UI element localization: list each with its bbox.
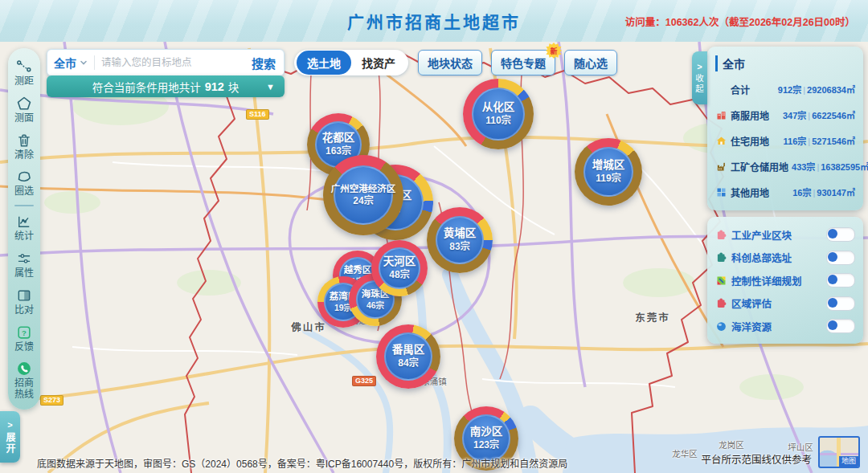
statistics-icon: [16, 214, 32, 230]
district-badge-inner: 广州空港经济区24宗: [334, 165, 393, 225]
district-count: 119宗: [596, 173, 620, 185]
app-root: 白云区宗广州空港经济区24宗从化区110宗花都区163宗增城区119宗黄埔区83…: [0, 0, 868, 473]
stats-row-label: 工矿仓储用地: [731, 160, 788, 173]
map-label: 龙华区: [672, 447, 698, 459]
layer-label: 区域评估: [731, 296, 772, 311]
value-separator: |: [808, 111, 810, 120]
svg-text:?: ?: [22, 328, 27, 336]
layer-toggle-regional-assessment[interactable]: [826, 296, 855, 311]
toolbar-item-lasso-select[interactable]: 圈选: [14, 169, 34, 198]
hotline-icon: [16, 361, 32, 377]
toolbar-item-feedback[interactable]: ?反馈: [14, 324, 34, 353]
district-name: 从化区: [482, 101, 515, 115]
toolbar-item-compare[interactable]: 比对: [14, 287, 34, 316]
district-count: 84宗: [398, 357, 418, 369]
grid-color-icon: [715, 275, 727, 287]
tab-find-assets[interactable]: 找资产: [351, 51, 406, 75]
layer-label: 工业产业区块: [731, 227, 792, 243]
search-row: 全市 搜索 选土地 找资产 地块状态特色专题新随心选: [47, 49, 617, 76]
stats-row-label: 商服用地: [731, 108, 769, 122]
basemap-switcher-label: 地图: [839, 456, 858, 467]
filter-button-special-topics[interactable]: 特色专题新: [491, 50, 555, 75]
stats-row: 商服用地347宗|6622546㎡: [715, 102, 855, 128]
layer-row-regulatory-plan: 控制性详细规划: [715, 269, 855, 292]
search-box: 全市 搜索: [47, 49, 285, 76]
road-shield: S273: [40, 395, 63, 406]
layer-label: 控制性详细规划: [731, 273, 802, 288]
layer-row-marine-resources: 海洋资源: [715, 315, 855, 338]
stats-row: 住宅用地116宗|5271546㎡: [715, 128, 855, 153]
value-separator: |: [817, 162, 819, 172]
collapse-panel-tab[interactable]: > 收起: [692, 51, 707, 104]
district-count: 110宗: [485, 115, 510, 127]
layer-panel: 工业产业区块科创总部选址控制性详细规划区域评估海洋资源: [707, 217, 863, 344]
toolbar-item-label: 比对: [14, 305, 34, 316]
toolbar-item-hotline[interactable]: 招商热线: [12, 361, 36, 401]
visit-counter: 访问量：106362人次（截至2026年02月26日00时）: [625, 14, 855, 29]
result-count: 912: [205, 80, 224, 93]
map-disclaimer: 平台所示范围线仅供参考: [701, 451, 812, 467]
stats-row-label: 住宅用地: [731, 134, 769, 148]
search-input[interactable]: [95, 57, 244, 68]
stats-row-value: 912宗|29206834㎡: [778, 83, 855, 96]
district-badge-conghua[interactable]: 从化区110宗: [463, 79, 534, 149]
layer-toggle-tech-hq-siting[interactable]: [826, 251, 855, 265]
district-badge-konggang[interactable]: 广州空港经济区24宗: [323, 155, 403, 235]
district-badge-zengcheng[interactable]: 增城区119宗: [575, 138, 642, 206]
layer-label: 海洋资源: [731, 319, 772, 334]
toolbar-item-statistics[interactable]: 统计: [14, 214, 34, 243]
value-separator: |: [803, 85, 805, 95]
expand-panel-tab[interactable]: > 展开: [0, 411, 20, 463]
basemap-switcher[interactable]: 地图: [818, 436, 860, 468]
toolbar-item-attributes[interactable]: 属性: [14, 251, 34, 279]
road-shield: S116: [246, 109, 269, 120]
toggle-knob: [828, 252, 837, 262]
stats-row-label: 合计: [731, 83, 750, 96]
district-count: 46宗: [366, 300, 384, 311]
district-name: 增城区: [592, 159, 625, 173]
tab-select-land[interactable]: 选土地: [297, 51, 351, 75]
toolbar-item-label: 属性: [14, 268, 34, 279]
district-count: 163宗: [326, 145, 351, 157]
stats-row: 工矿仓储用地433宗|16382595㎡: [715, 153, 855, 179]
puzzle-red-icon: [715, 297, 727, 309]
city-select[interactable]: 全市: [47, 55, 94, 71]
toolbar-item-label: 测距: [14, 76, 34, 88]
layer-rows: 工业产业区块科创总部选址控制性详细规划区域评估海洋资源: [715, 223, 855, 338]
stats-row-label: 其他用地: [731, 186, 769, 199]
result-banner[interactable]: 符合当前条件用地共计 912 块 ▼: [47, 75, 285, 97]
toolbar-item-measure-distance[interactable]: 测距: [14, 59, 34, 88]
mode-toggle: 选土地 找资产: [294, 50, 408, 75]
commercial-building-icon: [715, 109, 727, 121]
toggle-knob: [828, 298, 837, 308]
toolbar-item-label: 圈选: [14, 186, 34, 198]
map-label: 佛山市: [291, 319, 326, 334]
chevron-down-icon: [80, 59, 88, 67]
clear-icon: [16, 133, 32, 149]
district-badge-tianhe[interactable]: 天河区48宗: [371, 240, 428, 296]
district-count: 83宗: [449, 241, 469, 253]
district-name: 广州空港经济区: [331, 183, 396, 194]
layer-toggle-industrial-blocks[interactable]: [826, 227, 855, 242]
result-banner-prefix: 符合当前条件用地共计: [92, 79, 201, 95]
toolbar-item-clear[interactable]: 清除: [14, 133, 34, 161]
factory-icon: [715, 161, 727, 173]
search-button[interactable]: 搜索: [244, 55, 284, 71]
toolbar-item-measure-area[interactable]: 测面: [14, 96, 34, 124]
caret-down-icon: ▼: [266, 82, 275, 92]
chevron-right-icon: >: [697, 62, 702, 71]
filter-button-parcel-status[interactable]: 地块状态: [418, 50, 482, 75]
district-badge-inner: 从化区110宗: [472, 88, 525, 141]
sphere-blue-icon: [715, 320, 727, 332]
house-icon: [715, 135, 727, 147]
district-badge-panyu[interactable]: 番禺区84宗: [376, 324, 440, 389]
city-select-value: 全市: [54, 55, 76, 71]
layer-toggle-regulatory-plan[interactable]: [826, 273, 855, 287]
toolbar-item-label: 测面: [14, 113, 34, 124]
header: 广州市招商土地超市 访问量：106362人次（截至2026年02月26日00时）: [0, 0, 868, 42]
filter-button-free-select[interactable]: 随心选: [564, 50, 617, 75]
layer-toggle-marine-resources[interactable]: [826, 319, 855, 333]
district-name: 天河区: [383, 255, 416, 269]
stats-row-value: 16宗|930147㎡: [792, 186, 855, 198]
district-badge-huangpu[interactable]: 黄埔区83宗: [427, 207, 493, 273]
